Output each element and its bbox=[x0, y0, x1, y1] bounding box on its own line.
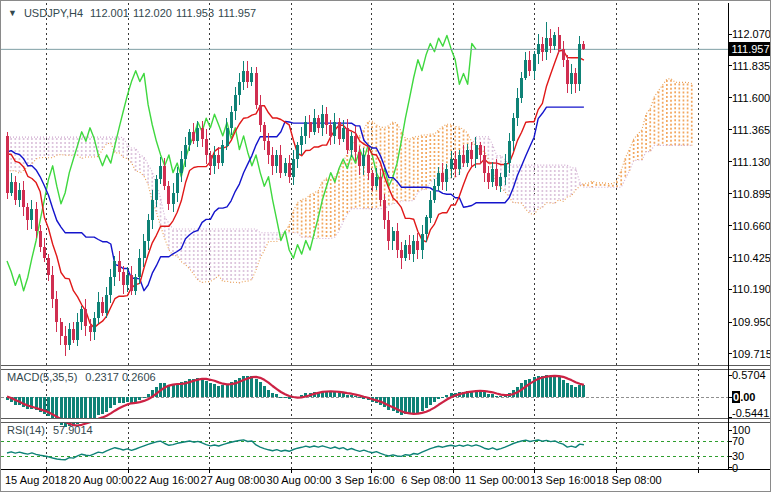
chart-legend: ▼ USDJPY,H4 112.001 112.020 111.953 111.… bbox=[8, 7, 256, 19]
chart-canvas[interactable] bbox=[1, 1, 771, 492]
macd-indicator-label: MACD(5,35,5) 0.2317 0.2606 bbox=[7, 371, 156, 383]
rsi-current-value: 57.9014 bbox=[53, 424, 93, 436]
price-axis-label: 110.190 bbox=[732, 283, 771, 295]
price-axis-label: 110.425 bbox=[732, 252, 771, 264]
price-axis-label: 111.600 bbox=[732, 92, 771, 104]
current-price-tag: 111.957 bbox=[729, 42, 771, 56]
macd-current-values: 0.2317 0.2606 bbox=[85, 371, 155, 383]
symbol-marker-icon[interactable]: ▼ bbox=[8, 9, 17, 18]
rsi-axis-label: 70 bbox=[732, 435, 771, 447]
price-axis-label: 110.660 bbox=[732, 220, 771, 232]
time-axis-label: 6 Sep 08:00 bbox=[401, 474, 460, 486]
time-axis-label: 18 Sep 08:00 bbox=[596, 474, 661, 486]
rsi-axis-label: 100 bbox=[732, 424, 771, 436]
macd-axis-bottom-label: -0.5441 bbox=[732, 407, 771, 419]
ohlc-close-value: 111.957 bbox=[218, 7, 256, 19]
rsi-axis-label: 0 bbox=[732, 462, 771, 474]
time-axis-label: 27 Aug 08:00 bbox=[201, 474, 266, 486]
rsi-name: RSI(14) bbox=[7, 424, 45, 436]
ohlc-low-value: 111.953 bbox=[176, 7, 214, 19]
time-axis-label: 22 Aug 16:00 bbox=[135, 474, 200, 486]
rsi-axis-label: 30 bbox=[732, 450, 771, 462]
time-axis-label: 20 Aug 00:00 bbox=[69, 474, 134, 486]
price-axis-label: 111.130 bbox=[732, 156, 771, 168]
time-axis-label: 13 Sep 16:00 bbox=[530, 474, 595, 486]
price-axis-label: 112.070 bbox=[732, 28, 771, 40]
mt4-chart-window: ▼ USDJPY,H4 112.001 112.020 111.953 111.… bbox=[0, 0, 771, 492]
macd-axis-top-label: 0.5704 bbox=[732, 369, 771, 381]
macd-name: MACD(5,35,5) bbox=[7, 371, 77, 383]
price-axis-label: 111.835 bbox=[732, 60, 771, 72]
time-axis-label: 11 Sep 00:00 bbox=[465, 474, 530, 486]
price-axis-label: 111.365 bbox=[732, 124, 771, 136]
ohlc-open-value: 112.001 bbox=[90, 7, 129, 19]
time-axis-label: 3 Sep 16:00 bbox=[335, 474, 394, 486]
rsi-indicator-label: RSI(14) 57.9014 bbox=[7, 424, 93, 436]
price-axis-label: 109.715 bbox=[732, 348, 771, 360]
price-axis-label: 109.950 bbox=[732, 316, 771, 328]
ohlc-high-value: 112.020 bbox=[133, 7, 172, 19]
macd-zero-axis-label: 0.00 bbox=[732, 391, 771, 403]
time-axis-label: 15 Aug 2018 bbox=[5, 474, 67, 486]
macd-zero-rest: .00 bbox=[740, 391, 755, 403]
symbol-timeframe-label: USDJPY,H4 bbox=[24, 7, 83, 19]
price-axis-label: 110.895 bbox=[732, 188, 771, 200]
time-axis-label: 30 Aug 00:00 bbox=[267, 474, 332, 486]
macd-zero-chip: 0 bbox=[732, 391, 740, 403]
